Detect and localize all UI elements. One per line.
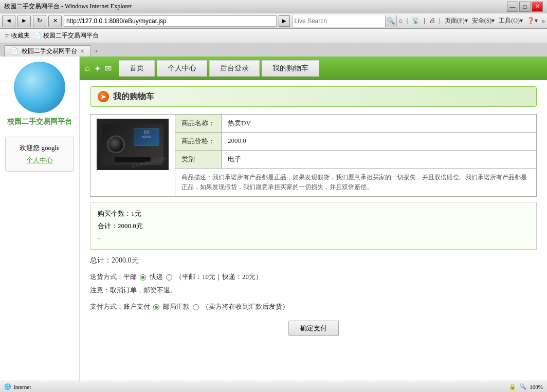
- internet-zone-label: Internet: [13, 384, 31, 390]
- category-value: 电子: [222, 151, 537, 169]
- product-row: HD SONY www.httrd.com 商品名称： 热卖DV: [90, 115, 537, 133]
- product-name-value: 热卖DV: [222, 115, 537, 133]
- user-welcome: 欢迎您 google: [12, 143, 67, 153]
- star-icon: ☆: [4, 32, 10, 40]
- window-controls: — □ ✕: [507, 2, 543, 12]
- subtotal: 合计：2000.0元: [98, 220, 529, 232]
- radio-mail[interactable]: [140, 274, 146, 281]
- purchase-qty: 购买个数：1元: [98, 208, 529, 219]
- confirm-payment-button[interactable]: 确定支付: [288, 321, 339, 336]
- home-toolbar-btn[interactable]: ⌂: [399, 17, 403, 25]
- browser-title: 校园二手交易网平台 - Windows Internet Explorer: [4, 2, 132, 11]
- tab-home[interactable]: 首页: [119, 60, 155, 77]
- shipping-label: 送货方式：平邮: [90, 273, 137, 281]
- mail-remit-label: 邮局汇款: [163, 303, 190, 310]
- main-area: ⌂ ✦ ✉ 首页 个人中心 后台登录 我的购物车 ➤ 我的购物车: [80, 57, 547, 381]
- arrow-icon: ➤: [100, 92, 106, 101]
- search-nav-icon[interactable]: ✦: [94, 64, 101, 73]
- bookmark-site[interactable]: 📄 校园二手交易网平台: [34, 31, 99, 40]
- product-table: HD SONY www.httrd.com 商品名称： 热卖DV 商品价格：: [90, 114, 537, 197]
- product-description: 商品描述：我们承诺所有产品都是正品，如果发现假货，我们愿意承担买家的一切损失，并…: [175, 169, 537, 197]
- feeds-btn[interactable]: 📡: [412, 17, 420, 25]
- maximize-button[interactable]: □: [519, 2, 531, 12]
- tab-admin[interactable]: 后台登录: [209, 60, 260, 77]
- total-section: 总计：2000.0元: [90, 256, 537, 265]
- user-panel: 欢迎您 google 个人中心: [5, 137, 74, 172]
- status-right: 🔒 🔍 100%: [509, 383, 543, 390]
- tab-close-icon[interactable]: ✕: [80, 48, 84, 54]
- tab-personal[interactable]: 个人中心: [157, 60, 207, 77]
- help-btn[interactable]: ❓▾: [527, 17, 538, 25]
- product-image: HD SONY www.httrd.com: [97, 119, 169, 170]
- payment-label: 支付方式：账户支付: [90, 303, 150, 310]
- stop-button[interactable]: ✕: [48, 15, 62, 27]
- zoom-label: 🔍: [519, 383, 526, 390]
- product-name-label: 商品名称：: [175, 115, 222, 133]
- cart-title-bar: ➤ 我的购物车: [90, 86, 537, 107]
- tab-favicon: 📄: [11, 47, 19, 55]
- personal-center-link[interactable]: 个人中心: [12, 156, 67, 165]
- payment-section: 支付方式：账户支付 邮局汇款 （卖方将在收到汇款后发货）: [90, 300, 537, 313]
- express-label: 快递: [150, 273, 163, 281]
- address-bar[interactable]: [64, 15, 277, 27]
- refresh-button[interactable]: ↻: [33, 15, 46, 27]
- sidebar-logo-area: 校园二手交易网平台: [0, 57, 79, 132]
- tab-cart[interactable]: 我的购物车: [262, 60, 319, 77]
- tools-btn[interactable]: 工具(O)▾: [499, 16, 523, 25]
- back-button[interactable]: ◄: [2, 15, 15, 27]
- tab-bar: 📄 校园二手交易网平台 ✕ +: [0, 43, 547, 57]
- dash: -: [98, 232, 529, 244]
- logo-text: 校园二手交易网平台: [7, 117, 72, 126]
- new-tab-button[interactable]: +: [91, 45, 101, 57]
- security-icon: 🔒: [509, 383, 516, 390]
- nav-bar: ⌂ ✦ ✉ 首页 个人中心 后台登录 我的购物车: [80, 57, 547, 80]
- minimize-button[interactable]: —: [507, 2, 518, 12]
- home-nav-icon[interactable]: ⌂: [85, 64, 90, 73]
- close-button[interactable]: ✕: [532, 2, 543, 12]
- browser-tab-main[interactable]: 📄 校园二手交易网平台 ✕: [4, 45, 91, 57]
- browser-toolbar: ◄ ► ↻ ✕ ► 🔍 ⌂ | 📡 | 🖨 | 页面(P)▾ 安全(S)▾ 工具…: [0, 13, 547, 29]
- radio-mail-remit[interactable]: [193, 304, 199, 310]
- search-input[interactable]: [293, 15, 385, 27]
- ie-toolbar-right: ⌂ | 📡 | 🖨 | 页面(P)▾ 安全(S)▾ 工具(O)▾ ❓▾ »: [399, 16, 545, 25]
- internet-zone-icon: 🌐: [4, 383, 11, 390]
- bookmarks-label[interactable]: ☆ 收藏夹: [4, 31, 30, 40]
- bookmarks-bar: ☆ 收藏夹 📄 校园二手交易网平台: [0, 29, 547, 43]
- radio-account-pay[interactable]: [153, 304, 159, 310]
- camera-lens: [107, 136, 125, 154]
- cart-title-icon: ➤: [98, 91, 109, 102]
- forward-button[interactable]: ►: [17, 15, 31, 27]
- nav-icons: ⌂ ✦ ✉: [85, 64, 112, 73]
- camera-controls: [115, 157, 151, 162]
- more-btn[interactable]: »: [542, 17, 545, 25]
- page-content: 校园二手交易网平台 欢迎您 google 个人中心 ⌂ ✦ ✉ 首页 个人中心 …: [0, 57, 547, 381]
- zoom-level: 100%: [530, 384, 543, 390]
- confirm-area: 确定支付: [90, 321, 537, 336]
- cart-title-text: 我的购物车: [113, 91, 154, 102]
- logo-ball: [14, 62, 65, 113]
- camera-body: HD SONY: [102, 124, 163, 165]
- go-button[interactable]: ►: [279, 15, 290, 27]
- mail-nav-icon[interactable]: ✉: [105, 64, 112, 73]
- cart-content: ➤ 我的购物车 HD SONY: [80, 80, 547, 350]
- print-btn[interactable]: 🖨: [429, 17, 435, 25]
- hd-label: HD: [134, 128, 159, 135]
- page-btn[interactable]: 页面(P)▾: [445, 16, 468, 25]
- payment-note: （卖方将在收到汇款后发货）: [202, 303, 289, 310]
- bookmark-favicon: 📄: [34, 32, 42, 40]
- total-text: 总计：2000.0元: [90, 256, 139, 264]
- safety-btn[interactable]: 安全(S)▾: [472, 16, 495, 25]
- status-bar: 🌐 Internet 🔒 🔍 100%: [0, 381, 547, 392]
- sidebar: 校园二手交易网平台 欢迎您 google 个人中心: [0, 57, 80, 381]
- camera-screen: HD SONY: [134, 128, 159, 146]
- search-go-button[interactable]: 🔍: [385, 15, 396, 27]
- product-image-cell: HD SONY www.httrd.com: [90, 115, 175, 197]
- radio-express[interactable]: [166, 274, 172, 281]
- shipping-prices: （平邮：10元｜快递：20元）: [175, 273, 262, 281]
- cart-summary: 购买个数：1元 合计：2000.0元 -: [90, 202, 537, 249]
- brand-label: SONY: [134, 135, 159, 139]
- shipping-section: 送货方式：平邮 快递 （平邮：10元｜快递：20元） 注意：取消订单，邮资不退。: [90, 270, 537, 297]
- category-label: 类别: [175, 151, 222, 169]
- shipping-note: 注意：取消订单，邮资不退。: [90, 286, 177, 294]
- browser-titlebar: 校园二手交易网平台 - Windows Internet Explorer — …: [0, 0, 547, 13]
